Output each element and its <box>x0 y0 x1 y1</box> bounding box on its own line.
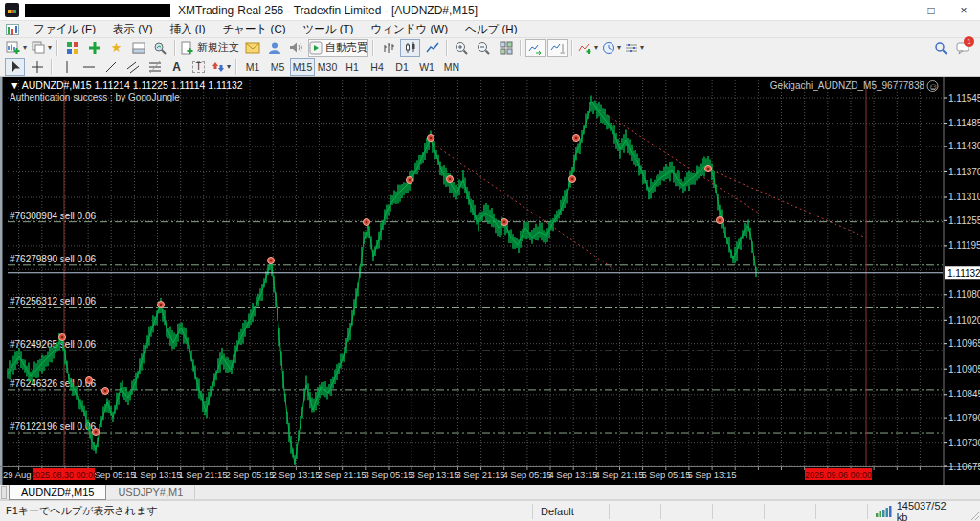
status-cell <box>764 504 815 519</box>
timeframe-m30[interactable]: M30 <box>315 58 340 76</box>
price-axis-label: 1.10730 <box>948 438 980 448</box>
time-axis-label: 5 Sep 13:15 <box>687 469 736 480</box>
sell-arrow-marker-dot <box>61 336 63 338</box>
price-axis-label: 1.11485 <box>948 118 980 128</box>
new-order-button[interactable]: 新規注文 <box>180 39 240 57</box>
chart-tab-audnzd-m15[interactable]: AUDNZD#,M15 <box>9 485 106 500</box>
community-button[interactable] <box>264 39 284 57</box>
sell-arrow-marker-dot <box>575 137 577 139</box>
chat-button[interactable]: 1 <box>953 39 973 57</box>
search-button[interactable] <box>931 39 951 57</box>
timeframe-m5[interactable]: M5 <box>265 58 290 76</box>
time-axis-label: 2 Sep 05:15 <box>225 469 274 480</box>
toolbar-separator <box>56 40 58 56</box>
bar-chart-type-button[interactable] <box>378 39 398 57</box>
toolbar-separator <box>372 40 374 56</box>
fibonacci-button[interactable] <box>145 58 165 76</box>
resize-grip[interactable] <box>967 501 980 521</box>
sell-arrow-marker-dot <box>270 260 272 261</box>
chevron-down-icon: ▾ <box>640 44 644 52</box>
status-profile[interactable]: Default <box>532 504 609 519</box>
tile-windows-button[interactable] <box>496 39 516 57</box>
status-connection[interactable]: 145037/52 kb <box>867 504 967 519</box>
auto-scroll-button[interactable] <box>525 39 546 57</box>
timeframe-m15[interactable]: M15 <box>290 58 315 76</box>
timeframe-h1[interactable]: H1 <box>340 58 365 76</box>
chart-tabs-bar: AUDNZD#,M15USDJPY#,M1 <box>0 485 980 500</box>
line-chart-type-button[interactable] <box>422 39 442 57</box>
chart-window-icon[interactable] <box>6 24 19 35</box>
crosshair-button[interactable] <box>27 58 47 76</box>
trendline-button[interactable] <box>100 58 121 76</box>
navigator-button[interactable]: ★ <box>106 39 126 57</box>
indicators-button[interactable]: ▾ <box>577 39 599 57</box>
close-button[interactable]: × <box>947 0 980 20</box>
menu-bar: ファイル (F)表示 (V)挿入 (I)チャート (C)ツール (T)ウィンドウ… <box>0 21 980 38</box>
toolbar-separator <box>51 59 53 75</box>
terminal-button[interactable] <box>128 39 148 57</box>
templates-button[interactable]: ▾ <box>624 39 645 57</box>
title-bar: XMTrading-Real 256 - Tradexfin Limited -… <box>0 0 980 21</box>
menu-help[interactable]: ヘルプ (H) <box>457 20 525 38</box>
price-axis-label: 1.10790 <box>948 413 980 423</box>
new-chart-button[interactable]: ▾ <box>5 39 28 57</box>
minimize-button[interactable]: – <box>882 0 915 20</box>
price-axis-label: 1.11370 <box>948 167 980 177</box>
chart-symbol-title[interactable]: ▼ AUDNZD#,M15 1.11214 1.11225 1.11114 1.… <box>10 79 243 91</box>
menu-file[interactable]: ファイル (F) <box>25 20 104 38</box>
menu-view[interactable]: 表示 (V) <box>104 20 162 38</box>
market-watch-button[interactable] <box>62 39 82 57</box>
maximize-button[interactable]: □ <box>915 0 947 20</box>
timeframe-d1[interactable]: D1 <box>390 58 414 76</box>
candlestick-type-button[interactable] <box>400 39 420 57</box>
connection-bars-icon <box>876 505 893 517</box>
chat-badge: 1 <box>964 36 974 47</box>
zoom-out-button[interactable] <box>474 39 494 57</box>
toolbar-separator <box>446 40 448 56</box>
data-window-button[interactable] <box>84 39 104 57</box>
status-help-text: F1キーでヘルプが表示されます <box>0 504 532 518</box>
vertical-line-button[interactable] <box>56 58 77 76</box>
menu-charts[interactable]: チャート (C) <box>214 20 295 38</box>
timeframe-w1[interactable]: W1 <box>414 58 439 76</box>
autotrading-label: 自動売買 <box>325 40 368 55</box>
status-cell <box>815 504 867 519</box>
sell-arrow-marker-dot <box>503 221 505 223</box>
chevron-down-icon: ▾ <box>617 44 621 52</box>
mailbox-button[interactable] <box>242 39 262 57</box>
redacted-account-number <box>25 4 170 17</box>
periods-button[interactable]: ▾ <box>601 39 622 57</box>
window-title: XMTrading-Real 256 - Tradexfin Limited -… <box>178 4 478 17</box>
shapes-button[interactable]: ▾ <box>211 58 232 76</box>
profiles-button[interactable]: ▾ <box>30 39 53 57</box>
new-order-label: 新規注文 <box>197 40 239 55</box>
menu-window[interactable]: ウィンドウ (W) <box>362 20 457 38</box>
indicator-name: Gekigachi_AUDNZD_M5_96777838 <box>770 80 925 91</box>
timeframe-h4[interactable]: H4 <box>365 58 390 76</box>
label-tool-button[interactable]: T <box>189 58 209 76</box>
sell-arrow-marker-dot <box>88 379 90 381</box>
notifications-button[interactable] <box>286 39 306 57</box>
autotrading-button[interactable]: 自動売買 <box>308 39 368 57</box>
strategy-tester-button[interactable] <box>150 39 170 57</box>
menu-insert[interactable]: 挿入 (I) <box>162 20 214 38</box>
sell-arrow-marker-dot <box>160 304 162 306</box>
chart-subtitle: Authentication success : by GogoJungle <box>10 92 180 102</box>
time-axis-label: 3 Sep 21:15 <box>456 469 504 480</box>
horizontal-line-button[interactable] <box>78 58 99 76</box>
chart-tab-usdjpy-m1[interactable]: USDJPY#,M1 <box>106 485 195 499</box>
cursor-button[interactable] <box>5 58 25 76</box>
time-axis-label: 2 Sep 21:15 <box>317 469 366 480</box>
menu-tools[interactable]: ツール (T) <box>295 20 363 38</box>
timeframe-mn[interactable]: MN <box>439 58 464 76</box>
bid-price-flag-text: 1.11132 <box>947 268 980 279</box>
chart-canvas[interactable]: #76308984 sell 0.06#76279890 sell 0.06#7… <box>0 77 980 485</box>
channel-button[interactable] <box>122 58 143 76</box>
trade-label: #76249265 sell 0.06 <box>10 339 97 350</box>
chevron-down-icon: ▾ <box>227 63 231 71</box>
text-tool-button[interactable]: A <box>167 58 187 76</box>
timeframe-m1[interactable]: M1 <box>240 58 265 76</box>
zoom-in-button[interactable] <box>452 39 472 57</box>
chart-shift-button[interactable] <box>547 39 568 57</box>
tabs-scroll-notch[interactable] <box>1 486 7 499</box>
